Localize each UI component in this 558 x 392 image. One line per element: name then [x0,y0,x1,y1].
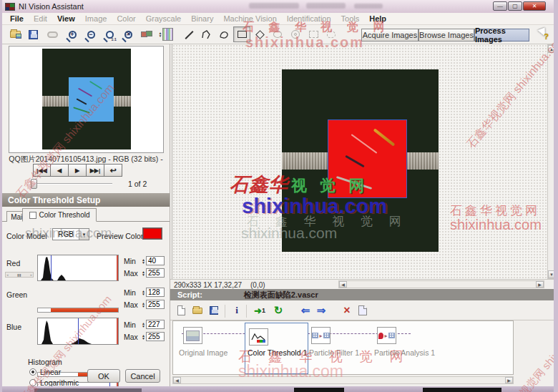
open-script-icon[interactable] [190,303,205,318]
roi-freehand-icon[interactable] [215,26,232,42]
open-image-icon[interactable] [6,26,24,42]
roi-line-icon[interactable] [180,26,197,42]
main-toolbar: + − 1:1 ⇲ ▲▼ Acquire Images Browse Image… [2,25,554,44]
image-status: 290x333 1X 17,32,27 [174,281,242,289]
zoom-fit-icon[interactable]: ⇲ [119,26,137,42]
menu-file[interactable]: File [5,14,29,24]
step-particle-filter-icon[interactable]: ▸ [311,327,331,344]
roi-rotated-rectangle-icon[interactable] [251,26,268,42]
script-label: Script: [177,290,202,299]
step-back-icon[interactable]: ⇐ [298,303,313,318]
image-slider-track[interactable] [32,183,112,185]
hist-min-line [51,255,52,280]
radio-linear[interactable]: Linear [29,368,61,376]
tab-color-threshold[interactable]: Color Threshold [22,208,97,222]
green-min-spinner[interactable]: ▲▼128 [142,288,165,297]
zoom-1-1-icon[interactable]: 1:1 [101,26,118,42]
run-loop-icon[interactable]: ↻ [270,303,286,318]
run-once-icon[interactable]: ➜1 [250,303,269,318]
maximize-button[interactable]: ▢ [508,1,522,11]
red-min-label: Min [124,257,136,265]
info-icon[interactable]: i [229,303,245,318]
previous-image-button[interactable]: ◀ [51,164,69,177]
context-help-icon[interactable]: ? [534,26,551,42]
step-color-threshold-icon[interactable] [249,328,268,346]
next-image-button[interactable]: ▶ [69,164,87,177]
red-mini-scrollbar[interactable]: ◂▮▮▸ [5,272,34,278]
step-forward-icon[interactable]: ⇒ [313,303,329,318]
color-palette-icon[interactable]: ▲▼ [155,26,177,42]
blue-min-spinner[interactable]: ▲▼227 [142,320,165,329]
green-histogram[interactable] [37,318,119,345]
zoom-out-icon[interactable]: − [82,26,99,42]
save-image-icon[interactable] [24,26,41,42]
color-threshold-checkbox[interactable] [29,212,36,219]
delete-step-icon[interactable]: × [339,303,355,318]
color-model-select[interactable]: RGB ▼ [52,228,89,240]
menu-help[interactable]: Help [364,14,391,24]
green-min-value[interactable]: 128 [146,288,165,297]
step-particle-analysis-icon[interactable]: ▸ [377,327,396,344]
new-script-icon[interactable] [173,303,189,318]
scroll-down-icon[interactable]: ▼ [548,270,555,278]
cancel-button[interactable]: Cancel [125,369,160,383]
left-panel: QQ图片20140716105413.jpg - RGB (32 bits) -… [2,44,170,386]
radio-logarithmic-icon[interactable] [29,379,36,386]
blue-min-value[interactable]: 227 [146,320,165,329]
step-color-threshold-label[interactable]: Color Threshold 1 [248,348,307,357]
red-min-value[interactable]: 40 [146,256,165,265]
zoom-in-icon[interactable]: + [64,26,81,42]
chevron-down-icon[interactable]: ▼ [79,229,89,240]
edit-step-icon[interactable] [355,303,371,318]
first-image-button[interactable]: |◀◀ [33,164,51,177]
color-model-label: Color Model [6,232,47,240]
last-image-button[interactable]: ▶▶| [87,164,104,177]
step-original-image-label[interactable]: Original Image [179,348,227,357]
ok-button[interactable]: OK [87,369,120,383]
script-filename: 检测表面缺陷2.vascr [244,290,318,300]
image-slider-thumb[interactable] [31,179,37,189]
green-max-value[interactable]: 255 [146,300,165,309]
steps-scrollbar[interactable]: ◀ ▶ [172,376,514,384]
red-min-spinner[interactable]: ▲▼40 [142,256,165,265]
main-area: ▲ ▼ 290x333 1X 17,32,27 (0,0) ◀ ▶ Script… [170,44,556,386]
loop-images-button[interactable]: ↩ [104,164,122,177]
green-max-spinner[interactable]: ▲▼255 [142,300,165,309]
red-max-label: Max [124,269,138,278]
window-bottom-border [2,386,558,392]
hist-max-line [117,318,118,344]
minimize-button[interactable]: — [493,1,507,11]
preview-color-swatch[interactable] [142,227,162,240]
browse-images-button[interactable]: Browse Images [418,29,474,41]
blue-max-spinner[interactable]: ▲▼255 [142,332,165,341]
step-original-image-icon[interactable] [183,327,202,344]
steps-scroll-right-icon[interactable]: ▶ [505,377,513,383]
red-max-value[interactable]: 255 [146,268,165,278]
red-max-spinner[interactable]: ▲▼255 [142,268,165,278]
roi-polygon-icon[interactable] [197,26,215,42]
image-display[interactable] [172,44,547,279]
blue-max-value[interactable]: 255 [146,332,165,341]
vertical-scrollbar[interactable]: ▲ ▼ [547,44,556,279]
processed-image [282,69,439,252]
blue-min-label: Min [124,320,136,329]
compare-images-icon[interactable] [138,26,155,42]
red-histogram[interactable] [37,255,119,281]
scroll-left-icon[interactable]: ◀ [339,281,347,288]
step-particle-filter-label[interactable]: Particle Filter 1 [309,348,359,357]
steps-scroll-left-icon[interactable]: ◀ [173,377,181,383]
acquire-images-button[interactable]: Acquire Images [361,29,418,41]
menu-view[interactable]: View [52,14,80,24]
scroll-right-icon[interactable]: ▶ [536,281,544,288]
process-images-button[interactable]: Process Images [474,29,529,41]
save-script-icon[interactable] [206,303,222,318]
horizontal-scrollbar[interactable]: ◀ ▶ [338,280,544,288]
channel-blue-label: Blue [6,323,21,331]
roi-broken-rectangle-icon [305,26,322,42]
roi-rectangle-icon[interactable] [233,26,250,42]
radio-linear-icon[interactable] [29,368,36,376]
scroll-up-icon[interactable]: ▲ [548,45,555,53]
close-button[interactable]: ✕ [523,1,546,11]
step-particle-analysis-label[interactable]: Particle Analysis 1 [374,348,435,357]
reference-image-view[interactable] [9,46,164,153]
